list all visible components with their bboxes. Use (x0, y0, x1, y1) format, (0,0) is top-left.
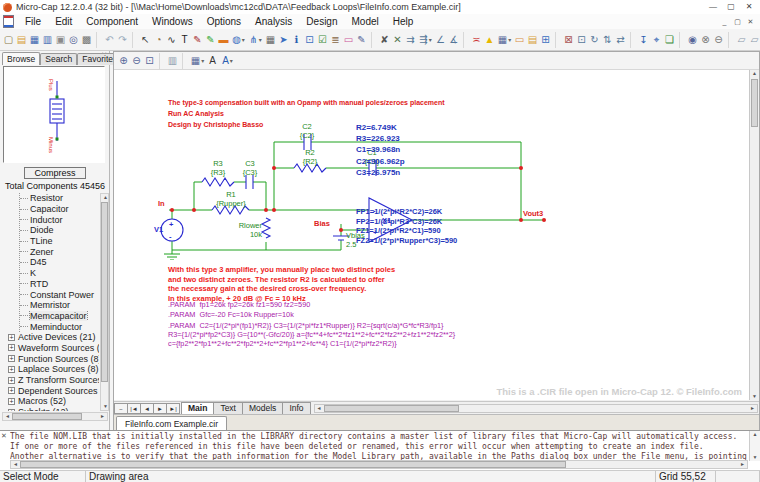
tree-item[interactable]: TLine (2, 236, 99, 247)
expand-icon[interactable]: + (8, 334, 15, 341)
prev-page-button[interactable]: ◄ (140, 403, 154, 414)
tree-item[interactable]: D45 (2, 257, 99, 268)
message-vertical-scrollbar[interactable]: ▲ ▼ (749, 431, 760, 461)
panel-tab[interactable]: Browse (2, 52, 40, 65)
tree-item[interactable]: Resistor (2, 193, 99, 204)
tree-group[interactable]: +Function Sources (8) (2, 353, 99, 364)
go-to-icon[interactable]: ↧ (637, 32, 650, 48)
check-icon[interactable]: ☑ (316, 32, 329, 48)
node-numbers-icon[interactable]: ✘ (378, 32, 391, 48)
scroll-up-icon[interactable]: ▲ (750, 431, 760, 438)
expand-icon[interactable]: + (8, 344, 15, 351)
wire-diagonal-icon[interactable]: ✎ (191, 32, 204, 48)
calculator-icon[interactable]: ≣ (329, 32, 342, 48)
redo-icon[interactable]: ↷ (116, 32, 129, 48)
close-file-icon[interactable]: ▣ (54, 32, 67, 48)
close-button[interactable]: ✕ (740, 1, 758, 13)
menu-item[interactable]: Component (79, 15, 145, 29)
scroll-left-icon[interactable]: ◄ (11, 461, 20, 468)
graphics-icon[interactable]: ✎ (204, 32, 217, 48)
font-color-icon[interactable]: A (219, 53, 236, 69)
last-page-button[interactable]: ►| (166, 403, 180, 414)
cross-area-icon[interactable]: ⊞ (539, 32, 552, 48)
component-mode-icon[interactable]: ◔ (152, 32, 165, 48)
tree-item[interactable]: Memcapacitor (2, 311, 99, 322)
page-tab[interactable]: Text (213, 402, 243, 414)
node-voltages-icon[interactable]: ✕ (391, 32, 404, 48)
tree-group[interactable]: +Laplace Sources (8) (2, 364, 99, 375)
library-icon[interactable]: ❏ (663, 32, 676, 48)
find-icon[interactable]: ⌖ (650, 32, 663, 48)
shape-icon[interactable]: ◍ (230, 32, 247, 48)
expand-icon[interactable]: + (8, 409, 15, 411)
page-tab[interactable]: Models (242, 402, 283, 414)
tree-item[interactable]: Zener (2, 246, 99, 257)
region-icon[interactable]: ▦ (264, 32, 277, 48)
link-icon[interactable]: ▱ (735, 32, 748, 48)
mode-select-icon[interactable]: ⊠ (562, 32, 575, 48)
undo-icon[interactable]: ↶ (103, 32, 116, 48)
toolbar-separator[interactable] (679, 32, 686, 48)
scroll-right-icon[interactable]: ► (738, 461, 747, 468)
zoom-area-icon[interactable]: ⊡ (575, 32, 588, 48)
conditions-icon[interactable]: ∠ (434, 32, 447, 48)
scroll-left-icon[interactable]: ◄ (315, 405, 324, 412)
toolbar-separator[interactable] (463, 32, 470, 48)
toolbar-separator[interactable] (371, 32, 378, 48)
tree-item[interactable]: Meminductor (2, 321, 99, 332)
scroll-down-icon[interactable]: ▼ (750, 393, 759, 400)
info-icon[interactable]: ℹ (290, 32, 303, 48)
wire-mode-icon[interactable]: ∿ (165, 32, 178, 48)
page-remove-button[interactable]: − (114, 403, 128, 414)
slope-icon[interactable]: ∡ (447, 32, 460, 48)
scroll-down-icon[interactable]: ▼ (101, 403, 110, 410)
grid-toggle-icon[interactable]: ▦ (189, 53, 206, 69)
text-mode-icon[interactable]: T (178, 32, 191, 48)
edit-icon[interactable]: ✎ (355, 32, 368, 48)
mdi-close-button[interactable]: ✕ (744, 16, 757, 28)
copy-image-icon[interactable]: ▥ (166, 53, 179, 69)
print-icon[interactable]: ▩ (80, 32, 93, 48)
tree-group[interactable]: +Active Devices (21) (2, 332, 99, 343)
page-tab[interactable]: Main (181, 402, 214, 414)
file-tab[interactable]: FileInfo.com Example.cir (116, 416, 227, 431)
menu-item[interactable]: File (18, 15, 48, 29)
new-file-icon[interactable]: ▢ (2, 32, 15, 48)
toolbar-separator[interactable] (159, 53, 166, 69)
rotate-icon[interactable]: ↻ (588, 32, 601, 48)
link-alt-icon[interactable]: ▱ (748, 32, 760, 48)
tree-group[interactable]: +Subckts (12) (2, 407, 99, 411)
tree-item[interactable]: Capacitor (2, 204, 99, 215)
toolbar-separator[interactable] (96, 32, 103, 48)
scroll-right-icon[interactable]: ► (748, 405, 757, 412)
scope-icon[interactable]: ⊡ (303, 32, 316, 48)
expand-icon[interactable]: + (8, 366, 15, 373)
tree-group[interactable]: +Macros (52) (2, 396, 99, 407)
mdi-restore-button[interactable]: ▢ (731, 16, 744, 28)
scroll-left-icon[interactable]: ◄ (3, 413, 12, 420)
menu-item[interactable]: Model (345, 15, 386, 29)
canvas-vertical-scrollbar[interactable]: ▲ ▼ (749, 70, 759, 400)
compress-button[interactable]: Compress (24, 167, 86, 179)
page-tab[interactable]: Info (282, 402, 310, 414)
next-page-button[interactable]: ► (153, 403, 167, 414)
tree-item[interactable]: Diode (2, 225, 99, 236)
fly-over-icon[interactable]: ➤ (277, 32, 290, 48)
mdi-minimize-button[interactable]: _ (718, 16, 731, 28)
toolbar-separator[interactable] (182, 53, 189, 69)
message-close-icon[interactable]: ✕ (1, 432, 7, 440)
tree-item[interactable]: Constant Power (2, 289, 99, 300)
maximize-button[interactable]: ▢ (722, 1, 740, 13)
scroll-right-icon[interactable]: ► (98, 413, 107, 420)
power-icon[interactable]: ⇶ (417, 32, 434, 48)
print-preview-icon[interactable]: ◎ (67, 32, 80, 48)
select-mode-icon[interactable]: ↖ (139, 32, 152, 48)
collapse-icon[interactable]: ⊖ (712, 32, 725, 48)
tree-group[interactable]: +Z Transform Sources ( (2, 375, 99, 386)
tree-group[interactable]: +Waveform Sources (14 (2, 343, 99, 354)
help-mode-icon[interactable]: ◉ (686, 32, 699, 48)
toolbar-separator[interactable] (728, 32, 735, 48)
expand-icon[interactable]: + (8, 377, 15, 384)
menu-item[interactable]: Edit (48, 15, 79, 29)
flip-vertical-icon[interactable]: ⇅ (601, 32, 614, 48)
